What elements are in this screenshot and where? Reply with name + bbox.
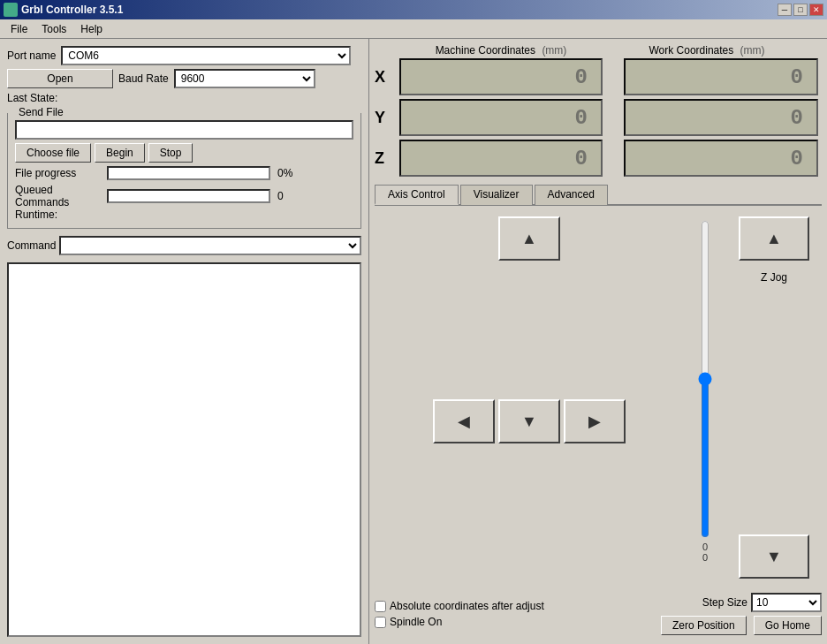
work-coord-label: Work Coordinates (649, 44, 733, 57)
axis-control-content: ▲ ◀ ▼ ▶ 0 0 ▲ Z Jog (375, 209, 822, 586)
x-machine-display: 0 (399, 58, 603, 95)
title-bar: Grbl Controller 3.5.1 ─ □ ✕ (0, 0, 827, 19)
menu-file[interactable]: File (4, 21, 34, 37)
absolute-coords-checkbox[interactable] (375, 601, 386, 612)
right-panel: Machine Coordinates (mm) Work Coordinate… (369, 39, 827, 644)
begin-button[interactable]: Begin (95, 143, 145, 163)
menu-bar: File Tools Help (0, 19, 827, 39)
app-icon (4, 3, 18, 17)
file-controls: Choose file Begin Stop (15, 143, 353, 163)
x-axis-row: X 0 0 (375, 58, 822, 95)
zero-position-button[interactable]: Zero Position (661, 616, 747, 635)
title-bar-title: Grbl Controller 3.5.1 (4, 3, 123, 17)
spindle-on-row: Spindle On (375, 616, 544, 628)
tab-visualizer[interactable]: Visualizer (460, 185, 533, 205)
command-label: Command (7, 239, 56, 252)
jog-right-button[interactable]: ▶ (564, 399, 626, 443)
step-size-select[interactable]: 1 10 100 1000 (751, 593, 822, 612)
checkbox-group: Absolute coordinates after adjust Spindl… (375, 600, 544, 628)
bottom-right: Step Size 1 10 100 1000 Zero Position Go… (661, 593, 822, 635)
jog-slider[interactable] (696, 220, 714, 538)
last-state-row: Last State: (7, 92, 361, 104)
x-axis-label: X (375, 68, 392, 87)
baud-select[interactable]: 9600 (174, 69, 315, 88)
close-button[interactable]: ✕ (809, 4, 823, 16)
tab-advanced[interactable]: Advanced (535, 185, 608, 205)
jog-xy: ▲ ◀ ▼ ▶ (378, 216, 680, 579)
footer-buttons: Zero Position Go Home (661, 616, 822, 635)
jog-left-button[interactable]: ◀ (433, 399, 495, 443)
command-section: Command (7, 236, 361, 255)
tab-axis-control[interactable]: Axis Control (375, 185, 459, 205)
file-progress-bar (107, 166, 270, 180)
tab-bar: Axis Control Visualizer Advanced (375, 184, 822, 206)
last-state-label: Last State: (7, 92, 57, 104)
spindle-on-label: Spindle On (390, 616, 442, 628)
y-machine-display: 0 (399, 99, 603, 136)
open-baud-row: Open Baud Rate 9600 (7, 69, 361, 88)
port-row: Port name COM6 (7, 46, 361, 65)
jog-placeholder-top-right (564, 216, 626, 261)
jog-top-row: ▲ (433, 216, 626, 261)
console-area[interactable] (7, 262, 361, 637)
work-coord-header: Work Coordinates (mm) (610, 44, 804, 57)
file-progress-row: File progress 0% (15, 166, 353, 180)
main-layout: Port name COM6 Open Baud Rate 9600 Last … (0, 39, 827, 644)
z-axis-row: Z 0 0 (375, 140, 822, 177)
window-title: Grbl Controller 3.5.1 (21, 4, 123, 16)
stop-button[interactable]: Stop (148, 143, 193, 163)
baud-label: Baud Rate (118, 72, 169, 85)
port-select[interactable]: COM6 (61, 46, 351, 65)
x-work-display: 0 (624, 58, 818, 95)
slider-val2: 0 (702, 552, 708, 563)
slider-area: 0 0 (687, 216, 723, 579)
file-progress-label: File progress (15, 167, 103, 179)
machine-unit: (mm) (542, 44, 566, 57)
z-work-display: 0 (624, 140, 818, 177)
runtime-row: Runtime: (15, 208, 353, 221)
jog-z: ▲ Z Jog ▼ (730, 216, 818, 579)
work-unit: (mm) (740, 44, 765, 57)
jog-up-button[interactable]: ▲ (498, 216, 560, 261)
choose-file-button[interactable]: Choose file (15, 143, 91, 163)
coord-headers: Machine Coordinates (mm) Work Coordinate… (375, 44, 822, 57)
file-progress-pct: 0% (277, 167, 292, 179)
menu-tools[interactable]: Tools (34, 21, 73, 37)
left-panel: Port name COM6 Open Baud Rate 9600 Last … (0, 39, 369, 644)
y-axis-row: Y 0 0 (375, 99, 822, 136)
go-home-button[interactable]: Go Home (754, 616, 822, 635)
z-jog-label: Z Jog (761, 271, 787, 284)
step-size-row: Step Size 1 10 100 1000 (702, 593, 822, 612)
menu-help[interactable]: Help (73, 21, 110, 37)
port-label: Port name (7, 49, 56, 62)
y-work-display: 0 (624, 99, 818, 136)
minimize-button[interactable]: ─ (778, 4, 792, 16)
runtime-label: Runtime: (15, 208, 72, 221)
queued-value: 0 (277, 190, 284, 202)
z-axis-label: Z (375, 149, 392, 168)
jog-mid-row: ◀ ▼ ▶ (433, 399, 626, 443)
send-file-label: Send File (15, 106, 67, 118)
title-controls: ─ □ ✕ (778, 4, 823, 16)
z-machine-display: 0 (399, 140, 603, 177)
y-axis-label: Y (375, 109, 392, 127)
queued-label: Queued Commands (15, 184, 103, 208)
z-jog-down-button[interactable]: ▼ (739, 534, 809, 579)
step-size-label: Step Size (702, 596, 747, 609)
spindle-on-checkbox[interactable] (375, 617, 386, 628)
command-input[interactable] (59, 236, 361, 255)
coords-section: Machine Coordinates (mm) Work Coordinate… (375, 44, 822, 177)
jog-down-button[interactable]: ▼ (498, 399, 560, 443)
queued-bar (107, 189, 270, 203)
maximize-button[interactable]: □ (793, 4, 808, 16)
send-file-section: Send File Choose file Begin Stop File pr… (7, 113, 361, 229)
z-jog-up-button[interactable]: ▲ (739, 216, 809, 261)
slider-val1: 0 (702, 542, 708, 552)
absolute-coords-label: Absolute coordinates after adjust (390, 600, 544, 612)
machine-coord-label: Machine Coordinates (436, 44, 535, 57)
queued-row: Queued Commands 0 (15, 184, 353, 208)
absolute-coords-row: Absolute coordinates after adjust (375, 600, 544, 612)
open-button[interactable]: Open (7, 69, 113, 88)
bottom-controls: Absolute coordinates after adjust Spindl… (375, 589, 822, 639)
file-path-input[interactable] (15, 120, 353, 140)
